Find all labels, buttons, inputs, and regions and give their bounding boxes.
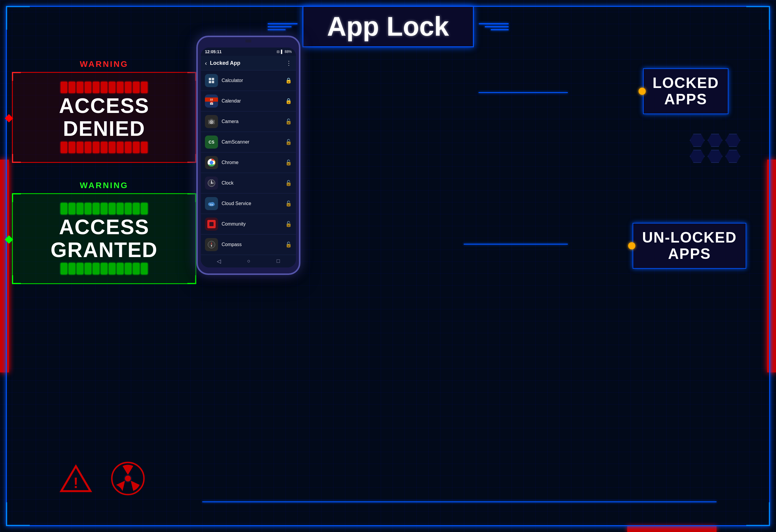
lock-icon-chrome: 🔓	[285, 159, 292, 166]
bracket-granted-br	[187, 275, 196, 284]
status-bar: 12:05:11 ⊟ ▌ 88%	[201, 47, 296, 56]
app-name-compass: Compass	[222, 242, 282, 247]
clock-icon-wrap	[205, 177, 218, 190]
cloud-icon-wrap: Co	[205, 197, 218, 210]
connector-dot-unlocked	[628, 242, 635, 249]
bracket-denied-bl	[12, 154, 21, 163]
list-item[interactable]: 22 📅 Calendar 🔒	[201, 91, 296, 111]
phone-screen: 12:05:11 ⊟ ▌ 88% ‹ Locked App ⋮	[201, 47, 296, 267]
lock-icon-calculator: 🔒	[285, 77, 292, 84]
access-denied-section: WARNING ACCESSDENIED	[12, 59, 196, 163]
warning-denied-label: WARNING	[12, 59, 196, 69]
hex-5	[708, 150, 723, 163]
access-granted-box: ACCESSGRANTED	[12, 193, 196, 284]
warning-granted-label: WARNING	[12, 181, 196, 190]
bottom-icons: !	[59, 461, 146, 496]
list-item[interactable]: Calculator 🔒	[201, 70, 296, 91]
svg-text:!: !	[73, 475, 78, 491]
status-time: 12:05:11	[205, 49, 222, 54]
hex-2	[708, 134, 723, 147]
connector-line-unlocked	[464, 244, 568, 245]
access-granted-text: ACCESSGRANTED	[50, 216, 158, 262]
bracket-denied-tr	[187, 72, 196, 81]
svg-point-15	[210, 162, 213, 164]
locked-apps-label: LOCKEDAPPS	[652, 75, 719, 107]
app-header: ‹ Locked App ⋮	[201, 56, 296, 70]
list-item[interactable]: Clock 🔓	[201, 173, 296, 194]
access-granted-section: WARNING ACCESSGRANTED	[12, 181, 196, 284]
hex-6	[726, 150, 740, 163]
calendar-icon: 22 📅	[205, 94, 218, 107]
calculator-icon	[205, 74, 218, 87]
list-item[interactable]: Camera 🔓	[201, 111, 296, 132]
wifi-icon: ⊟	[276, 50, 279, 54]
svg-rect-12	[210, 119, 213, 120]
header-title: Locked App	[210, 60, 283, 66]
locked-apps-label-box: LOCKEDAPPS	[643, 68, 728, 114]
app-name-calculator: Calculator	[222, 78, 282, 83]
lock-icon-compass: 🔓	[285, 241, 292, 248]
stripes-top-denied	[61, 82, 148, 93]
battery-text: 88%	[284, 50, 292, 54]
bracket-denied-tl	[12, 72, 21, 81]
access-denied-text: ACCESSDENIED	[59, 94, 149, 140]
red-accent-left	[0, 160, 9, 372]
corner-tl	[6, 6, 30, 30]
svg-rect-5	[209, 78, 211, 80]
menu-button[interactable]: ⋮	[286, 59, 292, 66]
phone-notch	[241, 43, 256, 47]
compass-icon-wrap	[205, 238, 218, 251]
stripes-bottom-granted	[61, 263, 148, 274]
hex-1	[690, 134, 705, 147]
bottom-neon-line	[202, 501, 717, 502]
nav-bar: ◁ ○ □	[201, 255, 296, 267]
app-name-camscanner: CamScanner	[222, 140, 282, 145]
access-denied-box: ACCESSDENIED	[12, 72, 196, 163]
svg-text:Co: Co	[210, 203, 213, 206]
lock-icon-cloud: 🔓	[285, 200, 292, 207]
left-panel: WARNING ACCESSDENIED	[12, 59, 196, 284]
app-name-clock: Clock	[222, 181, 282, 186]
stripes-top-granted	[61, 203, 148, 214]
app-list: Calculator 🔒 22 📅 Calendar 🔒	[201, 70, 296, 255]
signal-icon: ▌	[281, 50, 283, 54]
access-denied-content: ACCESSDENIED	[25, 82, 184, 153]
connector-line-locked	[478, 92, 568, 93]
lock-icon-community: 🔓	[285, 221, 292, 227]
unlocked-apps-container: UN-LOCKEDAPPS	[633, 223, 746, 269]
bracket-granted-bl	[12, 275, 21, 284]
warning-triangle-icon: !	[59, 465, 92, 493]
camera-icon-wrap	[205, 115, 218, 128]
list-item[interactable]: CS CamScanner 🔓	[201, 132, 296, 153]
svg-point-11	[211, 121, 212, 123]
bracket-granted-tl	[12, 193, 21, 202]
corner-bl	[6, 502, 30, 526]
app-name-cloud: Cloud Service	[222, 201, 282, 206]
bracket-denied-br	[187, 154, 196, 163]
list-item[interactable]: Chrome 🔓	[201, 153, 296, 173]
access-granted-content: ACCESSGRANTED	[25, 203, 184, 274]
svg-point-4	[124, 475, 132, 482]
list-item[interactable]: Community 🔓	[201, 214, 296, 235]
nav-back[interactable]: ◁	[217, 258, 221, 265]
nav-home[interactable]: ○	[247, 258, 250, 265]
list-item[interactable]: Co Cloud Service 🔓	[201, 194, 296, 214]
phone-container: 12:05:11 ⊟ ▌ 88% ‹ Locked App ⋮	[196, 36, 301, 275]
svg-rect-8	[212, 81, 214, 83]
app-title-container: App Lock	[302, 6, 473, 47]
app-title: App Lock	[327, 11, 449, 42]
list-item[interactable]: Compass 🔓	[201, 235, 296, 255]
phone-frame: 12:05:11 ⊟ ▌ 88% ‹ Locked App ⋮	[196, 36, 301, 275]
app-name-camera: Camera	[222, 119, 282, 124]
chrome-icon-wrap	[205, 156, 218, 169]
connector-dot-locked	[638, 88, 646, 95]
camscanner-icon: CS	[205, 136, 218, 149]
nav-recent[interactable]: □	[276, 258, 280, 265]
app-name-community: Community	[222, 221, 282, 227]
hex-decorations	[690, 134, 740, 163]
lock-icon-camscanner: 🔓	[285, 139, 292, 145]
lock-icon-calendar: 🔒	[285, 98, 292, 104]
back-button[interactable]: ‹	[205, 60, 207, 66]
svg-point-19	[211, 183, 212, 184]
red-accent-bottom	[627, 526, 717, 532]
